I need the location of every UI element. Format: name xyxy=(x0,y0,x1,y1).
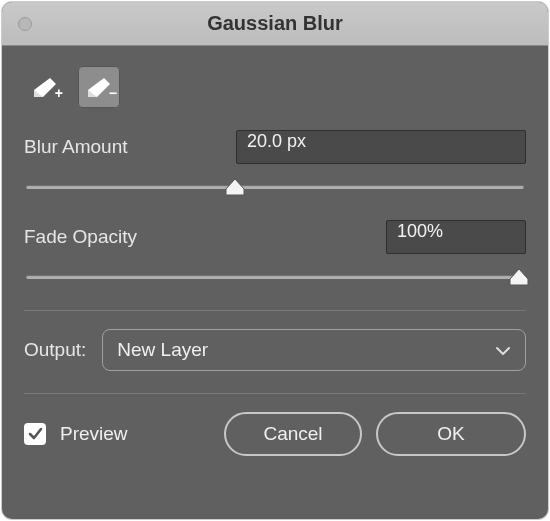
blur-amount-label: Blur Amount xyxy=(24,136,128,158)
chevron-down-icon xyxy=(495,339,511,361)
output-label: Output: xyxy=(24,339,86,361)
output-selected-value: New Layer xyxy=(117,339,208,361)
preview-label: Preview xyxy=(60,423,128,445)
dialog-window: Gaussian Blur + − xyxy=(2,2,548,519)
blur-amount-value: 20.0 px xyxy=(247,131,306,151)
fade-opacity-input[interactable]: 100% xyxy=(386,220,526,254)
fade-opacity-value: 100% xyxy=(397,221,443,241)
window-title: Gaussian Blur xyxy=(2,12,548,35)
brush-add-button[interactable]: + xyxy=(24,66,66,108)
slider-thumb[interactable] xyxy=(509,268,529,286)
brush-subtract-button[interactable]: − xyxy=(78,66,120,108)
cancel-label: Cancel xyxy=(263,423,322,445)
slider-thumb[interactable] xyxy=(225,178,245,196)
footer-row: Preview Cancel OK xyxy=(24,412,526,456)
brush-subtract-icon: − xyxy=(84,76,114,98)
fade-opacity-label: Fade Opacity xyxy=(24,226,137,248)
brush-mode-row: + − xyxy=(24,66,526,108)
ok-button[interactable]: OK xyxy=(376,412,526,456)
cancel-button[interactable]: Cancel xyxy=(224,412,362,456)
close-button[interactable] xyxy=(18,17,32,31)
brush-add-icon: + xyxy=(30,76,60,98)
slider-track xyxy=(26,185,524,189)
slider-track xyxy=(26,275,524,279)
fade-opacity-row: Fade Opacity 100% xyxy=(24,220,526,254)
fade-opacity-slider[interactable] xyxy=(26,264,524,290)
blur-amount-row: Blur Amount 20.0 px xyxy=(24,130,526,164)
output-row: Output: New Layer xyxy=(24,329,526,371)
titlebar: Gaussian Blur xyxy=(2,2,548,46)
divider xyxy=(24,310,526,311)
blur-amount-input[interactable]: 20.0 px xyxy=(236,130,526,164)
blur-amount-slider[interactable] xyxy=(26,174,524,200)
divider xyxy=(24,393,526,394)
output-select[interactable]: New Layer xyxy=(102,329,526,371)
preview-checkbox[interactable] xyxy=(24,423,46,445)
ok-label: OK xyxy=(437,423,464,445)
dialog-content: + − Blur Amount 20.0 px xyxy=(2,46,548,476)
